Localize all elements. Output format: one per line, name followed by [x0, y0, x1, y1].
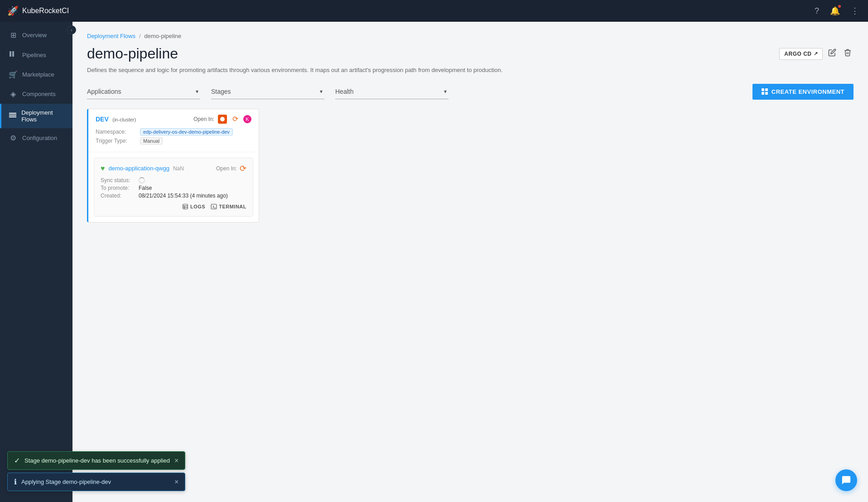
app-sync-label: Sync status:	[101, 177, 137, 183]
delete-button[interactable]	[842, 47, 854, 61]
sidebar: ‹ ⊞ Overview Pipelines 🛒 Marketplace ◈ C…	[0, 22, 72, 502]
app-header: ♥ demo-application-qwgg NaN Open In: ⟳	[101, 164, 246, 174]
app-promote-label: To promote:	[101, 185, 137, 191]
argo-cd-button[interactable]: ARGO CD ↗	[779, 48, 823, 60]
brand-name: KubeRocketCI	[22, 7, 69, 15]
logs-button[interactable]: LOGS	[182, 203, 205, 211]
pipeline-trigger-label: Trigger Type:	[96, 138, 136, 144]
svg-rect-4	[9, 116, 16, 117]
app-actions: LOGS TERMINAL	[101, 203, 246, 211]
pipeline-env-row: DEV (in-cluster)	[96, 115, 136, 123]
app-open-in: Open In: ⟳	[216, 164, 246, 174]
create-environment-button[interactable]: CREATE ENVIRONMENT	[752, 84, 854, 100]
app-nan-value: NaN	[173, 165, 184, 172]
sidebar-collapse-button[interactable]: ‹	[67, 25, 76, 34]
applications-select[interactable]: Applications	[87, 84, 200, 99]
sidebar-item-pipelines-label: Pipelines	[22, 52, 46, 58]
stages-filter: Stages ▾	[211, 84, 324, 99]
main-content: Deployment Flows / demo-pipeline demo-pi…	[72, 22, 868, 502]
app-open-in-label: Open In:	[216, 165, 237, 172]
grafana-icon[interactable]	[218, 115, 227, 124]
health-filter: Health ▾	[335, 84, 448, 99]
sidebar-item-marketplace-label: Marketplace	[22, 71, 54, 78]
menu-icon[interactable]: ⋮	[849, 4, 861, 18]
toast-info-close[interactable]: ×	[174, 478, 178, 486]
rocket-icon: 🚀	[7, 5, 19, 16]
svg-rect-3	[9, 115, 16, 116]
pipeline-env-tag: (in-cluster)	[112, 117, 136, 122]
marketplace-icon: 🛒	[9, 70, 18, 79]
argo-cd-label: ARGO CD	[784, 51, 811, 57]
deployment-flows-icon	[9, 111, 17, 121]
sidebar-item-marketplace[interactable]: 🛒 Marketplace	[0, 65, 72, 84]
pipeline-namespace-row: Namespace: edp-delivery-os-dev-demo-pipe…	[96, 128, 251, 135]
notification-icon[interactable]: 🔔	[828, 4, 842, 18]
toast-success-close[interactable]: ×	[174, 457, 178, 465]
app-name-row: ♥ demo-application-qwgg NaN	[101, 164, 184, 173]
argo-icon[interactable]: ⟳	[231, 115, 240, 124]
svg-rect-1	[12, 51, 14, 57]
pipeline-card: DEV (in-cluster) Open In: ⟳ K Namespace:	[87, 109, 259, 222]
pipeline-card-header: DEV (in-cluster) Open In: ⟳ K Namespace:	[88, 109, 259, 152]
logs-label: LOGS	[190, 204, 205, 209]
toast-success-message: Stage demo-pipeline-dev has been success…	[24, 457, 170, 464]
sidebar-item-components-label: Components	[22, 91, 56, 97]
breadcrumb-parent-link[interactable]: Deployment Flows	[87, 33, 135, 39]
sidebar-item-configuration[interactable]: ⚙ Configuration	[0, 128, 72, 148]
svg-rect-2	[9, 113, 16, 114]
brand: 🚀 KubeRocketCI	[7, 5, 813, 16]
app-created-label: Created:	[101, 193, 137, 199]
page-title: demo-pipeline	[87, 45, 178, 62]
app-created-value: 08/21/2024 15:54:33 (4 minutes ago)	[139, 193, 228, 199]
external-link-icon: ↗	[814, 51, 818, 57]
pipeline-namespace-value: edp-delivery-os-dev-demo-pipeline-dev	[140, 128, 233, 135]
overview-icon: ⊞	[9, 31, 18, 39]
edit-button[interactable]	[826, 47, 838, 61]
navbar-actions: ? 🔔 ⋮	[813, 4, 861, 18]
filters-row: Applications ▾ Stages ▾ Health ▾	[87, 84, 854, 100]
stages-select[interactable]: Stages	[211, 84, 324, 99]
toasts-container: ✓ Stage demo-pipeline-dev has been succe…	[7, 451, 185, 491]
app-health-icon: ♥	[101, 164, 105, 173]
toast-info: ℹ Applying Stage demo-pipeline-dev ×	[7, 473, 185, 491]
navbar: 🚀 KubeRocketCI ? 🔔 ⋮	[0, 0, 868, 22]
create-env-label: CREATE ENVIRONMENT	[772, 88, 844, 95]
app-promote-row: To promote: False	[101, 185, 246, 191]
sidebar-item-configuration-label: Configuration	[22, 135, 57, 141]
pipeline-env-name: DEV	[96, 116, 109, 123]
layout: ‹ ⊞ Overview Pipelines 🛒 Marketplace ◈ C…	[0, 22, 868, 502]
sidebar-item-pipelines[interactable]: Pipelines	[0, 45, 72, 65]
app-promote-value: False	[139, 185, 152, 191]
application-card: ♥ demo-application-qwgg NaN Open In: ⟳ S…	[94, 158, 253, 217]
terminal-label: TERMINAL	[219, 204, 246, 209]
sidebar-item-overview[interactable]: ⊞ Overview	[0, 25, 72, 45]
health-select[interactable]: Health	[335, 84, 448, 99]
grid-icon	[762, 88, 768, 95]
components-icon: ◈	[9, 90, 18, 98]
terminal-button[interactable]: TERMINAL	[211, 203, 246, 211]
pipeline-trigger-value: Manual	[140, 137, 163, 145]
svg-rect-0	[10, 51, 11, 57]
configuration-icon: ⚙	[9, 134, 18, 142]
filters-left: Applications ▾ Stages ▾ Health ▾	[87, 84, 448, 99]
kibana-icon[interactable]: K	[243, 115, 251, 123]
app-created-row: Created: 08/21/2024 15:54:33 (4 minutes …	[101, 193, 246, 199]
app-argo-icon[interactable]: ⟳	[240, 164, 246, 174]
svg-rect-6	[183, 204, 188, 209]
sidebar-item-deployment-flows[interactable]: Deployment Flows	[0, 104, 72, 128]
pipeline-namespace-label: Namespace:	[96, 129, 136, 135]
toast-success-icon: ✓	[14, 456, 20, 465]
pipeline-trigger-row: Trigger Type: Manual	[96, 137, 251, 145]
app-sync-spinner	[139, 177, 145, 183]
header-actions: ARGO CD ↗	[779, 47, 854, 61]
help-icon[interactable]: ?	[813, 5, 821, 18]
chat-fab-button[interactable]	[835, 469, 857, 491]
app-name-link[interactable]: demo-application-qwgg	[109, 165, 169, 172]
pipeline-open-in-label: Open In:	[193, 116, 214, 122]
sidebar-item-components[interactable]: ◈ Components	[0, 84, 72, 104]
breadcrumb-separator: /	[139, 33, 141, 39]
applications-filter: Applications ▾	[87, 84, 200, 99]
breadcrumb: Deployment Flows / demo-pipeline	[87, 33, 854, 39]
sidebar-item-deployment-flows-label: Deployment Flows	[21, 109, 65, 123]
page-header: demo-pipeline ARGO CD ↗	[87, 45, 854, 62]
